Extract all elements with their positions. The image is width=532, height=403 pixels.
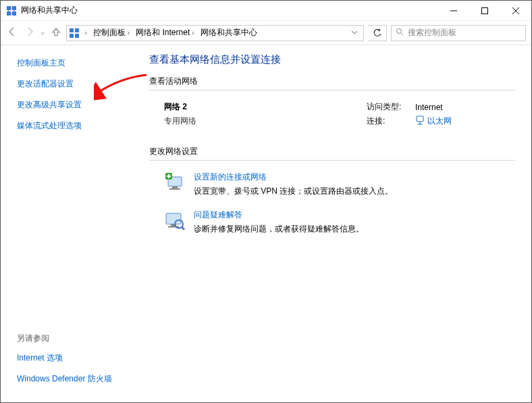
maximize-button[interactable] <box>469 1 500 21</box>
svg-rect-2 <box>7 11 11 16</box>
window-controls <box>438 1 531 21</box>
svg-rect-14 <box>70 34 74 38</box>
svg-point-16 <box>397 29 402 34</box>
change-settings-header: 更改网络设置 <box>149 146 515 161</box>
troubleshoot-desc: 诊断并修复网络问题，或者获得疑难解答信息。 <box>194 223 364 235</box>
ethernet-icon <box>415 115 425 127</box>
network-name: 网络 2 <box>164 101 367 113</box>
refresh-button[interactable] <box>368 25 387 41</box>
new-connection-desc: 设置宽带、拨号或 VPN 连接；或设置路由器或接入点。 <box>194 186 393 197</box>
access-type-label: 访问类型: <box>367 101 415 113</box>
breadcrumb-label: 网络和 Internet <box>136 27 190 38</box>
troubleshoot-icon <box>164 209 186 231</box>
breadcrumb-label: 控制面板 <box>93 27 126 38</box>
window-title: 网络和共享中心 <box>21 5 78 16</box>
svg-rect-23 <box>169 188 180 190</box>
svg-rect-22 <box>172 186 178 188</box>
active-networks-header: 查看活动网络 <box>149 76 515 90</box>
search-placeholder: 搜索控制面板 <box>408 27 456 38</box>
svg-rect-9 <box>482 7 488 14</box>
breadcrumb-bar[interactable]: › 控制面板› 网络和 Internet› 网络和共享中心 <box>66 25 365 41</box>
content: 查看基本网络信息并设置连接 查看活动网络 网络 2 专用网络 访问类型: Int… <box>136 45 531 402</box>
sidebar: 控制面板主页 更改适配器设置 更改高级共享设置 媒体流式处理选项 另请参阅 In… <box>1 45 136 402</box>
active-network: 网络 2 专用网络 访问类型: Internet 连接: <box>149 97 515 142</box>
svg-rect-12 <box>70 28 74 32</box>
breadcrumb-control-panel[interactable]: 控制面板› <box>92 26 133 41</box>
breadcrumb-root-chevron[interactable]: › <box>82 26 90 41</box>
new-connection-title[interactable]: 设置新的连接或网络 <box>194 171 393 183</box>
minimize-button[interactable] <box>438 1 469 21</box>
back-button[interactable] <box>6 26 18 40</box>
address-dropdown-icon[interactable] <box>347 28 362 38</box>
up-button[interactable] <box>50 26 62 40</box>
new-connection-item: 设置新的连接或网络 设置宽带、拨号或 VPN 连接；或设置路由器或接入点。 <box>164 171 515 197</box>
search-icon <box>396 28 404 38</box>
troubleshoot-item: 问题疑难解答 诊断并修复网络问题，或者获得疑难解答信息。 <box>164 209 515 235</box>
breadcrumb-network-sharing[interactable]: 网络和共享中心 <box>199 26 259 41</box>
nav-arrows: v <box>6 26 62 40</box>
body: 控制面板主页 更改适配器设置 更改高级共享设置 媒体流式处理选项 另请参阅 In… <box>1 45 531 402</box>
connection-label: 连接: <box>367 115 415 127</box>
breadcrumb-label: 网络和共享中心 <box>201 27 257 38</box>
svg-rect-3 <box>12 11 16 16</box>
location-icon <box>68 27 80 39</box>
sidebar-link-change-advanced-sharing[interactable]: 更改高级共享设置 <box>17 99 126 111</box>
change-settings-list: 设置新的连接或网络 设置宽带、拨号或 VPN 连接；或设置路由器或接入点。 问题… <box>149 167 515 235</box>
svg-rect-18 <box>417 116 423 122</box>
sidebar-link-internet-options[interactable]: Internet 选项 <box>17 352 126 364</box>
access-type-value: Internet <box>415 103 443 112</box>
sidebar-link-windows-defender-firewall[interactable]: Windows Defender 防火墙 <box>17 373 126 385</box>
svg-rect-0 <box>7 6 11 10</box>
recent-dropdown-icon[interactable]: v <box>41 30 45 36</box>
sidebar-link-change-adapter-settings[interactable]: 更改适配器设置 <box>17 78 126 90</box>
address-toolbar: v › 控制面板› 网络和 Internet› 网络和共享中心 <box>1 21 531 45</box>
app-icon <box>6 5 17 16</box>
connection-link[interactable]: 以太网 <box>415 115 452 127</box>
connection-value: 以太网 <box>427 115 452 127</box>
svg-rect-13 <box>75 28 79 32</box>
svg-rect-15 <box>75 34 79 38</box>
see-also-header: 另请参阅 <box>17 333 126 344</box>
close-button[interactable] <box>500 1 531 21</box>
svg-rect-27 <box>166 213 181 224</box>
page-heading: 查看基本网络信息并设置连接 <box>149 53 515 66</box>
svg-rect-1 <box>12 6 16 10</box>
search-box[interactable]: 搜索控制面板 <box>391 25 526 41</box>
new-connection-icon <box>164 171 186 193</box>
svg-line-31 <box>182 227 184 230</box>
forward-button[interactable] <box>24 26 36 40</box>
svg-line-17 <box>401 33 403 35</box>
sidebar-link-control-panel-home[interactable]: 控制面板主页 <box>17 57 126 69</box>
network-type: 专用网络 <box>164 115 367 127</box>
breadcrumb-network-internet[interactable]: 网络和 Internet› <box>134 26 197 41</box>
troubleshoot-title[interactable]: 问题疑难解答 <box>194 209 364 221</box>
sidebar-link-media-streaming[interactable]: 媒体流式处理选项 <box>17 120 126 132</box>
titlebar: 网络和共享中心 <box>1 1 531 21</box>
